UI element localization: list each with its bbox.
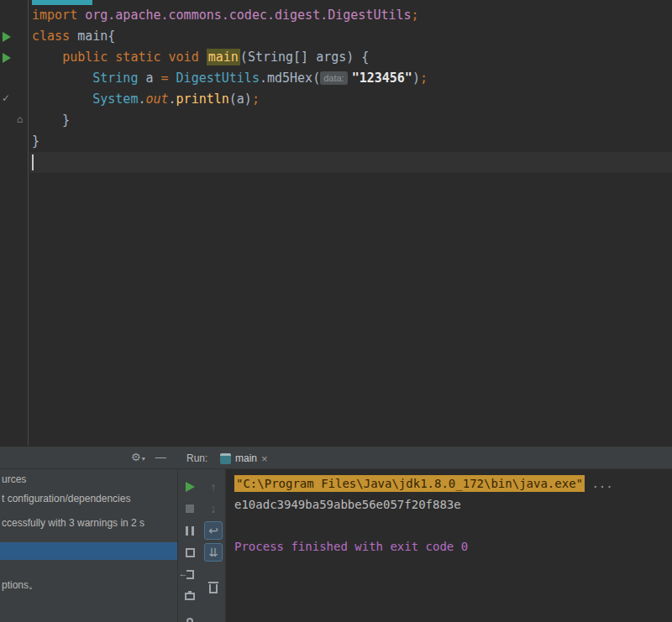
current-line-highlight xyxy=(29,152,672,173)
parameter-hint-chip: data: xyxy=(320,71,347,85)
code-token: (a) xyxy=(229,91,252,107)
run-gutter-icon[interactable] xyxy=(3,32,11,42)
code-token: ; xyxy=(420,71,428,86)
close-tab-icon[interactable]: × xyxy=(261,452,268,465)
console-toolbar: ↑↓↩⇊ xyxy=(202,469,225,622)
console-line: Process finished with exit code 0 xyxy=(234,536,672,557)
code-line: public static void main(String[] args) { xyxy=(32,47,428,68)
down-stack-trace-button[interactable]: ↓ xyxy=(204,499,223,518)
stop-icon xyxy=(186,504,194,513)
code-token: println xyxy=(176,91,229,107)
message-row[interactable]: urces xyxy=(0,471,177,488)
code-token: ( xyxy=(312,71,320,86)
code-token: ) xyxy=(412,71,420,86)
code-token: String xyxy=(92,71,138,86)
run-gutter-icon[interactable] xyxy=(3,53,11,63)
exit-button[interactable] xyxy=(181,565,199,583)
code-token: = xyxy=(161,71,176,86)
glyph-icon: ⇊ xyxy=(208,546,218,558)
code-token: System xyxy=(92,91,138,107)
pause-icon xyxy=(186,526,194,536)
code-token: main xyxy=(207,49,240,65)
code-token xyxy=(32,71,92,86)
soft-wrap-button[interactable]: ↩ xyxy=(204,521,223,540)
run-tab-main[interactable]: main × xyxy=(215,449,273,468)
editor-gutter xyxy=(0,0,29,446)
command-ellipsis: ... xyxy=(585,477,613,490)
build-messages-panel: urcest configuration/dependenciesccessfu… xyxy=(0,447,177,622)
code-token: ; xyxy=(252,91,260,107)
code-line: import org.apache.commons.codec.digest.D… xyxy=(32,5,428,26)
code-token: DigestUtils xyxy=(176,71,260,86)
message-row[interactable]: ptions。 xyxy=(0,577,177,593)
code-token: } xyxy=(32,112,70,128)
restore-layout-button[interactable] xyxy=(181,543,199,562)
stop-button[interactable] xyxy=(181,499,199,518)
run-toolbar xyxy=(178,469,202,622)
code-token: import xyxy=(32,8,85,23)
pause-output-button[interactable] xyxy=(181,521,199,540)
glyph-icon: ↩ xyxy=(208,525,218,536)
play-icon xyxy=(186,482,195,492)
code-line: } xyxy=(32,110,428,131)
console-line: "C:\Program Files\Java\jdk1.8.0_172\bin\… xyxy=(234,473,672,494)
code-token: . xyxy=(260,71,267,86)
code-token: a xyxy=(138,71,160,86)
bookmark-icon: ⌂ xyxy=(17,113,23,125)
frame-icon xyxy=(186,548,195,557)
code-token: String[] args) { xyxy=(248,50,370,65)
run-tab-label: main xyxy=(235,452,257,464)
console-line: e10adc3949ba59abbe56e057f20f883e xyxy=(234,494,672,515)
code-line: class main{ xyxy=(32,26,428,47)
code-token xyxy=(32,91,92,107)
code-editor[interactable]: import org.apache.commons.codec.digest.D… xyxy=(0,0,672,446)
message-row[interactable]: t configuration/dependencies xyxy=(0,490,177,507)
code-token: . xyxy=(169,91,176,107)
code-line: String a = DigestUtils.md5Hex(data:"1234… xyxy=(32,68,428,89)
message-row-selected[interactable] xyxy=(0,542,177,560)
pin-tab-button[interactable] xyxy=(181,612,199,622)
run-label: Run: xyxy=(186,452,207,464)
console-icon xyxy=(220,453,231,464)
print-button[interactable] xyxy=(181,587,199,605)
code-token: } xyxy=(32,133,39,149)
clear-all-button[interactable] xyxy=(204,578,223,597)
code-token: main{ xyxy=(77,29,115,44)
glyph-icon: ↑ xyxy=(211,481,217,493)
console-lines: "C:\Program Files\Java\jdk1.8.0_172\bin\… xyxy=(226,469,672,557)
exit-icon xyxy=(186,570,194,579)
code-token: class xyxy=(32,29,77,44)
code-line: System.out.println(a); xyxy=(32,89,428,110)
command-line-text: "C:\Program Files\Java\jdk1.8.0_172\bin\… xyxy=(234,475,585,492)
code-token: org.apache.commons.codec.digest.DigestUt… xyxy=(85,8,411,23)
rerun-button[interactable] xyxy=(181,478,199,496)
code-token: md5Hex xyxy=(267,71,312,86)
code-token: ( xyxy=(240,50,248,65)
pin-icon xyxy=(186,618,193,622)
code-token xyxy=(32,50,62,65)
message-row[interactable]: ccessfully with 3 warnings in 2 s xyxy=(0,515,177,531)
up-stack-trace-button[interactable]: ↑ xyxy=(204,478,223,496)
console-output[interactable]: "C:\Program Files\Java\jdk1.8.0_172\bin\… xyxy=(226,469,672,622)
code-line: } xyxy=(32,131,428,152)
code-lines: import org.apache.commons.codec.digest.D… xyxy=(32,5,428,152)
check-icon: ✓ xyxy=(2,92,10,104)
code-token: ; xyxy=(412,8,419,23)
code-token: "123456" xyxy=(352,71,412,86)
trash-icon xyxy=(209,584,218,593)
bottom-tool-windows: ⚙▾ — Run: main × urcest configuration/de… xyxy=(0,446,672,622)
text-caret xyxy=(32,154,34,170)
print-icon xyxy=(185,593,195,600)
scroll-to-end-button[interactable]: ⇊ xyxy=(204,543,223,562)
glyph-icon: ↓ xyxy=(211,503,217,515)
console-line xyxy=(234,515,672,536)
code-token: out xyxy=(145,91,168,107)
code-token: public static void xyxy=(62,50,207,65)
